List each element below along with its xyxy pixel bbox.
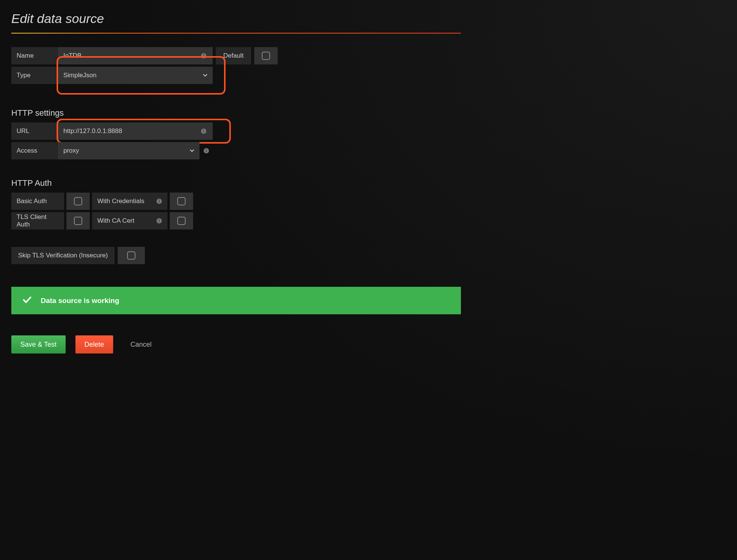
alert-success: Data source is working [11,287,461,314]
access-label: Access [11,142,58,159]
access-select[interactable]: proxy [58,142,200,159]
type-row: Type SimpleJson [11,67,461,84]
caret-down-icon [203,74,207,77]
url-label: URL [11,122,58,140]
page-title: Edit data source [11,11,461,26]
svg-point-5 [203,129,204,130]
auth-row-1: Basic Auth With Credentials [11,193,461,210]
svg-point-11 [159,199,160,200]
default-checkbox-wrap [254,47,278,64]
skip-tls-row: Skip TLS Verification (Insecure) [11,247,461,264]
svg-rect-4 [203,131,204,133]
type-value: SimpleJson [63,72,97,79]
basic-auth-checkbox-wrap [66,193,90,210]
access-value: proxy [63,147,79,155]
tls-client-auth-label: TLS Client Auth [11,212,64,230]
svg-rect-10 [159,201,160,203]
with-credentials-text: With Credentials [97,197,144,205]
name-input-wrap [58,47,213,64]
svg-point-14 [159,219,160,220]
name-label: Name [11,47,58,64]
with-credentials-label: With Credentials [92,193,167,210]
alert-message: Data source is working [41,297,119,305]
info-icon[interactable] [201,128,207,134]
check-icon [23,295,32,306]
info-icon[interactable] [201,53,207,59]
cancel-link[interactable]: Cancel [131,341,152,349]
save-test-button[interactable]: Save & Test [11,335,66,353]
type-select[interactable]: SimpleJson [58,67,213,84]
caret-down-icon [190,149,194,152]
info-icon[interactable] [203,148,209,154]
with-ca-cert-checkbox-wrap [170,212,193,230]
url-input[interactable] [63,122,207,140]
svg-point-2 [203,54,204,55]
tls-client-auth-checkbox[interactable] [74,217,82,225]
with-credentials-checkbox[interactable] [177,197,186,205]
delete-button[interactable]: Delete [75,335,113,353]
skip-tls-label: Skip TLS Verification (Insecure) [11,247,115,264]
default-checkbox[interactable] [262,52,270,60]
with-credentials-checkbox-wrap [170,193,193,210]
title-divider [11,33,461,34]
info-icon[interactable] [156,218,162,224]
svg-point-8 [206,149,207,150]
svg-rect-1 [203,55,204,57]
info-icon[interactable] [156,198,162,204]
url-input-wrap [58,122,213,140]
name-input[interactable] [63,47,207,64]
url-row: URL [11,122,461,140]
with-ca-cert-text: With CA Cert [97,217,134,225]
svg-rect-7 [206,150,207,152]
tls-client-auth-checkbox-wrap [66,212,90,230]
buttons-row: Save & Test Delete Cancel [11,335,461,353]
auth-row-2: TLS Client Auth With CA Cert [11,212,461,230]
skip-tls-checkbox-wrap [118,247,145,264]
http-settings-title: HTTP settings [11,108,461,118]
with-ca-cert-label: With CA Cert [92,212,167,230]
access-row: Access proxy [11,142,461,159]
default-label: Default [216,47,251,64]
basic-auth-label: Basic Auth [11,193,64,210]
http-auth-title: HTTP Auth [11,178,461,188]
with-ca-cert-checkbox[interactable] [177,217,186,225]
skip-tls-checkbox[interactable] [127,251,135,260]
type-label: Type [11,67,58,84]
name-row: Name Default [11,47,461,64]
svg-rect-13 [159,220,160,222]
basic-auth-checkbox[interactable] [74,197,82,205]
